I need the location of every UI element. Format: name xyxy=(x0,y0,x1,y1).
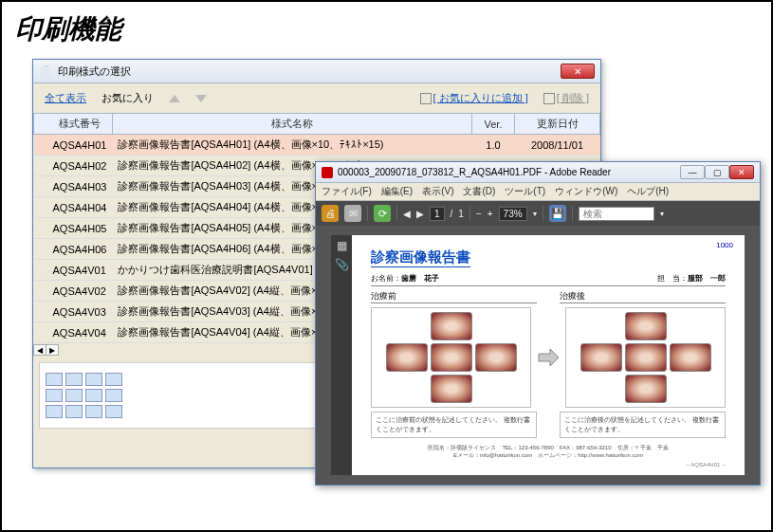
dental-image xyxy=(431,375,472,403)
tab-favorites[interactable]: お気に入り xyxy=(101,91,154,105)
cell-id: AQSA4H01 xyxy=(34,135,113,156)
th-id[interactable]: 様式番号 xyxy=(34,114,113,135)
dental-image xyxy=(625,343,667,372)
th-name[interactable]: 様式名称 xyxy=(112,114,471,135)
cell-id: AQSA4H02 xyxy=(34,156,113,176)
win1-titlebar[interactable]: 🦷 印刷様式の選択 ✕ xyxy=(33,60,600,83)
doc-icon xyxy=(420,93,432,104)
doc-icon xyxy=(543,93,555,104)
next-page-icon[interactable]: ▶ xyxy=(416,209,424,219)
menu-tool[interactable]: ツール(T) xyxy=(505,185,545,198)
menu-edit[interactable]: 編集(E) xyxy=(381,185,413,198)
page-separator: / xyxy=(451,209,453,219)
attachments-icon[interactable]: 📎 xyxy=(335,258,349,271)
print-icon[interactable]: 🖨 xyxy=(322,205,339,222)
patient-name: 歯磨 花子 xyxy=(401,274,439,283)
cell-id: AQSA4V03 xyxy=(34,302,113,322)
search-input[interactable] xyxy=(579,207,654,221)
mail-icon[interactable]: ✉ xyxy=(344,205,361,222)
close-button[interactable]: ✕ xyxy=(729,165,754,179)
pdf-viewport: ▦ 📎 1000 診察画像報告書 お名前：歯磨 花子 担 当：服部 一郎 治療前… xyxy=(316,226,760,485)
page-input[interactable]: 1 xyxy=(430,207,445,221)
menu-doc[interactable]: 文書(D) xyxy=(463,185,495,198)
section-after-header: 治療後 xyxy=(560,290,726,303)
cell-date: 2008/11/01 xyxy=(515,135,600,156)
window-controls: — ▢ ✕ xyxy=(680,165,754,179)
delete-link[interactable]: [ 削除 ] xyxy=(543,91,589,105)
menubar: ファイル(F) 編集(E) 表示(V) 文書(D) ツール(T) ウィンドウ(W… xyxy=(316,183,760,201)
scroll-left-icon[interactable]: ◀ xyxy=(33,344,46,356)
scroll-right-icon[interactable]: ▶ xyxy=(46,344,59,356)
report-title: 診察画像報告書 xyxy=(371,248,470,267)
doctor-label: 担 当： xyxy=(657,274,688,283)
thumbnails-icon[interactable]: ▦ xyxy=(337,239,347,252)
cell-id: AQSA4V02 xyxy=(34,281,113,302)
th-date[interactable]: 更新日付 xyxy=(515,114,600,135)
table-row[interactable]: AQSA4H01診察画像報告書[AQSA4H01] (A4横、画像×10、ﾃｷｽ… xyxy=(34,135,600,156)
cell-ver: 1.0 xyxy=(472,135,515,156)
pdf-reader-window: 000003_20090718_073812_R_AQSA4H01.PDF - … xyxy=(315,161,761,486)
dental-image xyxy=(386,343,428,372)
page-total: 1 xyxy=(458,209,464,219)
before-caption: ここに治療前の状態を記述してください。 複数行書くことができます。 xyxy=(371,412,537,438)
after-photos xyxy=(565,307,726,408)
separator xyxy=(469,206,470,221)
move-up-icon[interactable] xyxy=(169,95,180,102)
separator xyxy=(543,206,543,221)
page-number-label: 1000 xyxy=(716,241,733,249)
clinic-line1: 医院名：評価版ライセンス TEL：123-456-7890 FAX：987-65… xyxy=(371,444,726,451)
save-icon[interactable]: 💾 xyxy=(549,205,566,222)
patient-row: お名前：歯磨 花子 担 当：服部 一郎 xyxy=(371,271,726,286)
cell-id: AQSA4H03 xyxy=(34,176,113,197)
win2-title: 000003_20090718_073812_R_AQSA4H01.PDF - … xyxy=(338,167,611,177)
nav-sidebar: ▦ 📎 xyxy=(331,235,352,475)
menu-window[interactable]: ウィンドウ(W) xyxy=(555,185,617,198)
zoom-level[interactable]: 73% xyxy=(499,207,527,221)
menu-view[interactable]: 表示(V) xyxy=(422,185,453,198)
menu-file[interactable]: ファイル(F) xyxy=(322,185,372,198)
separator xyxy=(396,206,397,221)
separator xyxy=(572,206,573,221)
zoom-in-icon[interactable]: + xyxy=(488,209,493,219)
cell-id: AQSA4H06 xyxy=(34,239,113,260)
dental-image xyxy=(431,343,472,372)
dental-image xyxy=(670,343,711,372)
dental-image xyxy=(431,312,472,340)
pdf-toolbar: 🖨 ✉ ⟳ ◀ ▶ 1 / 1 − + 73% ▾ 💾 ▾ xyxy=(316,201,760,226)
collab-icon[interactable]: ⟳ xyxy=(374,205,391,222)
dental-image xyxy=(625,312,667,340)
cell-id: AQSA4H05 xyxy=(34,218,113,239)
blueprint-thumbnail xyxy=(46,373,122,418)
maximize-button[interactable]: ▢ xyxy=(705,165,729,179)
dental-image xyxy=(580,343,622,372)
pdf-icon xyxy=(322,167,333,178)
prev-page-icon[interactable]: ◀ xyxy=(403,209,411,219)
close-button[interactable]: ✕ xyxy=(561,64,595,79)
app-icon: 🦷 xyxy=(39,64,53,78)
win2-titlebar[interactable]: 000003_20090718_073812_R_AQSA4H01.PDF - … xyxy=(316,162,760,183)
zoom-out-icon[interactable]: − xyxy=(476,209,482,219)
pdf-page[interactable]: 1000 診察画像報告書 お名前：歯磨 花子 担 当：服部 一郎 治療前 治療後 xyxy=(352,235,745,475)
cell-id: AQSA4H04 xyxy=(34,197,113,218)
arrow-right-icon xyxy=(537,346,560,369)
tab-show-all[interactable]: 全て表示 xyxy=(45,91,86,105)
doctor-name: 服部 一郎 xyxy=(688,274,726,283)
after-caption: ここに治療後の状態を記述してください。 複数行書くことができます。 xyxy=(560,412,726,438)
separator xyxy=(367,206,368,221)
dental-image xyxy=(475,343,517,372)
dental-image xyxy=(625,375,667,403)
report-footer: 医院名：評価版ライセンス TEL：123-456-7890 FAX：987-65… xyxy=(371,444,726,460)
add-favorite-link[interactable]: [ お気に入りに追加 ] xyxy=(420,91,528,105)
cell-id: AQSA4V04 xyxy=(34,322,113,343)
move-down-icon[interactable] xyxy=(195,95,207,102)
minimize-button[interactable]: — xyxy=(680,165,705,179)
th-ver[interactable]: Ver. xyxy=(472,114,515,135)
win1-toolbar: 全て表示 お気に入り [ お気に入りに追加 ] [ 削除 ] xyxy=(33,83,600,113)
menu-help[interactable]: ヘルプ(H) xyxy=(627,185,669,198)
before-photos xyxy=(371,307,531,408)
section-before-header: 治療前 xyxy=(371,290,537,303)
patient-label: お名前： xyxy=(371,274,401,283)
template-code: -- AQSA4H01 -- xyxy=(371,462,726,468)
page-title: 印刷機能 xyxy=(2,2,771,57)
cell-id: AQSA4V01 xyxy=(34,260,113,281)
